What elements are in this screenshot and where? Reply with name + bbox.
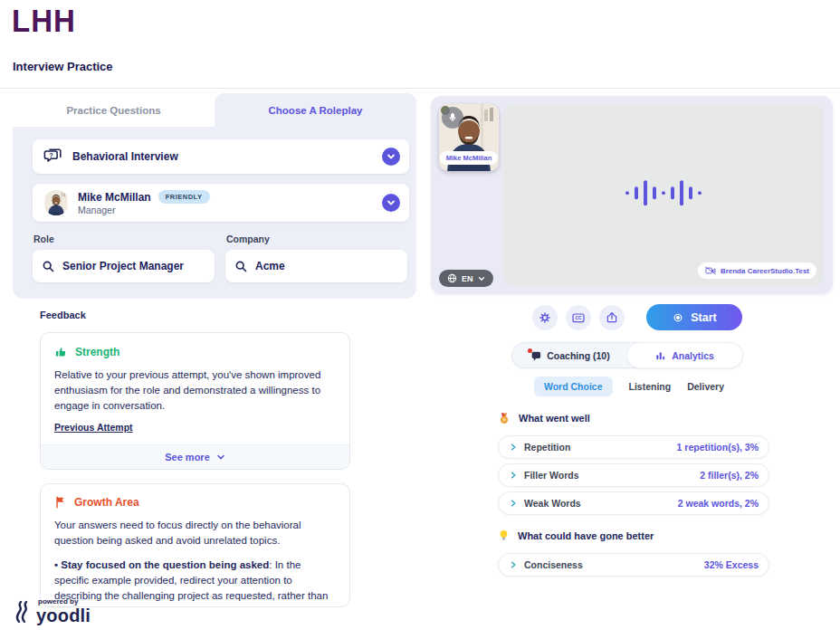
tab-analytics[interactable]: Analytics — [627, 343, 742, 367]
tab-coaching[interactable]: Coaching (10) — [512, 343, 627, 367]
analytics-tab-label: Analytics — [672, 350, 714, 361]
language-label: EN — [462, 274, 473, 283]
subtab-word-choice[interactable]: Word Choice — [534, 377, 613, 396]
setup-tabbar: Practice Questions Choose A Roleplay — [13, 93, 416, 127]
analytics-subtabs: Word Choice Listening Delivery — [507, 377, 751, 396]
svg-text:CC: CC — [575, 315, 582, 320]
subtab-listening[interactable]: Listening — [629, 381, 672, 392]
growth-area-title: Growth Area — [74, 496, 139, 509]
yoodli-logo-mark — [14, 599, 33, 625]
persona-role: Manager — [78, 205, 210, 215]
metric-value: 2 filler(s), 2% — [700, 470, 759, 481]
chevron-right-icon — [509, 471, 518, 480]
chat-question-icon: ? — [43, 147, 63, 167]
strength-title: Strength — [75, 346, 119, 358]
see-more-label: See more — [165, 452, 210, 463]
role-input[interactable]: Senior Project Manager — [33, 250, 215, 282]
yoodli-attribution: powered by yoodli — [14, 597, 91, 625]
start-button[interactable]: Start — [646, 304, 742, 330]
share-button[interactable] — [599, 305, 625, 330]
feedback-section: Feedback Strength Relative to your previ… — [40, 310, 350, 607]
camera-off-icon — [705, 266, 716, 275]
record-icon — [672, 311, 684, 324]
captions-button[interactable]: CC — [566, 305, 591, 330]
export-icon — [605, 310, 619, 325]
role-field-label: Role — [33, 234, 215, 244]
persona-style-badge: FRIENDLY — [158, 190, 210, 204]
subtab-delivery[interactable]: Delivery — [687, 381, 724, 392]
thumbs-up-icon — [54, 345, 68, 358]
previous-attempt-link[interactable]: Previous Attempt — [54, 422, 133, 433]
scenario-expand-button[interactable] — [382, 148, 400, 166]
language-selector[interactable]: EN — [439, 270, 493, 287]
session-controls: CC Start — [532, 304, 742, 330]
company-input[interactable]: Acme — [225, 250, 407, 282]
strength-card: Strength Relative to your previous attem… — [40, 332, 350, 470]
growth-area-card: Growth Area Your answers need to focus d… — [40, 483, 350, 607]
went-well-heading: What went well — [498, 412, 769, 424]
settings-button[interactable] — [532, 305, 558, 330]
metric-label: Filler Words — [524, 470, 578, 481]
chevron-down-icon — [387, 198, 396, 207]
webcam-thumbnail: Mike McMillan — [439, 104, 499, 171]
globe-icon — [447, 273, 457, 283]
went-well-label: What went well — [519, 413, 590, 424]
chevron-right-icon — [509, 560, 518, 569]
feedback-heading: Feedback — [40, 310, 350, 320]
metric-row-conciseness[interactable]: Conciseness 32% Excess — [498, 553, 769, 577]
powered-by-label: powered by — [38, 597, 91, 606]
chevron-down-icon — [216, 453, 225, 462]
metric-row-repetition[interactable]: Repetition 1 repetition(s), 3% — [498, 435, 769, 459]
chat-icon — [530, 350, 541, 361]
metric-value: 2 weak words, 2% — [678, 498, 759, 509]
microphone-icon — [447, 112, 458, 123]
search-icon — [43, 261, 54, 272]
bar-chart-icon — [655, 350, 666, 361]
yoodli-wordmark: yoodli — [36, 606, 91, 625]
role-input-value: Senior Project Manager — [62, 260, 184, 272]
chevron-right-icon — [509, 499, 518, 508]
notification-dot — [528, 348, 532, 353]
persona-info: Mike McMillan FRIENDLY Manager — [78, 190, 210, 215]
video-call-panel: Brenda CareerStudio.Test Mike McMillan — [431, 96, 833, 294]
metric-row-filler-words[interactable]: Filler Words 2 filler(s), 2% — [498, 463, 769, 487]
metric-value: 32% Excess — [704, 559, 759, 570]
role-company-fields: Role Senior Project Manager Company Acme — [33, 232, 409, 282]
lhh-logo: LHH — [12, 4, 76, 40]
tab-practice-questions[interactable]: Practice Questions — [13, 93, 215, 127]
ai-speaker-stage: Brenda CareerStudio.Test — [503, 104, 824, 286]
growth-area-bullet: • Stay focused on the question being ask… — [54, 558, 336, 607]
gone-better-heading: What could have gone better — [498, 529, 769, 542]
user-watermark: Brenda CareerStudio.Test — [698, 262, 816, 279]
metric-label: Weak Words — [524, 498, 581, 509]
tab-choose-a-roleplay[interactable]: Choose A Roleplay — [215, 93, 416, 127]
company-input-value: Acme — [255, 260, 285, 272]
word-choice-analysis: What went well Repetition 1 repetition(s… — [498, 412, 769, 581]
cc-icon: CC — [571, 310, 586, 325]
scenario-selector[interactable]: ? Behavioral Interview — [33, 139, 409, 174]
setup-panel: Practice Questions Choose A Roleplay ? B… — [13, 93, 416, 621]
start-label: Start — [691, 311, 716, 324]
scenario-label: Behavioral Interview — [72, 150, 178, 163]
see-more-button[interactable]: See more — [41, 444, 349, 469]
gone-better-label: What could have gone better — [518, 530, 654, 541]
mute-toggle-button[interactable] — [442, 107, 463, 129]
persona-expand-button[interactable] — [382, 194, 400, 212]
persona-selector[interactable]: Mike McMillan FRIENDLY Manager — [33, 184, 409, 222]
flag-icon — [54, 496, 67, 509]
metric-row-weak-words[interactable]: Weak Words 2 weak words, 2% — [498, 491, 769, 515]
watermark-label: Brenda CareerStudio.Test — [721, 267, 809, 275]
search-icon — [235, 261, 247, 272]
waveform-icon — [625, 180, 702, 205]
growth-bullet-lead: • Stay focused on the question being ask… — [54, 559, 269, 570]
metric-label: Conciseness — [524, 559, 583, 570]
page-title: Interview Practice — [13, 60, 113, 73]
gear-icon — [538, 310, 552, 325]
growth-area-body: Your answers need to focus directly on t… — [54, 518, 336, 548]
coaching-tab-label: Coaching (10) — [547, 350, 609, 361]
metric-label: Repetition — [524, 442, 570, 453]
medal-icon — [498, 412, 511, 424]
persona-avatar — [43, 190, 69, 215]
coaching-analytics-toggle: Coaching (10) Analytics — [511, 342, 743, 368]
chevron-down-icon — [387, 152, 396, 161]
